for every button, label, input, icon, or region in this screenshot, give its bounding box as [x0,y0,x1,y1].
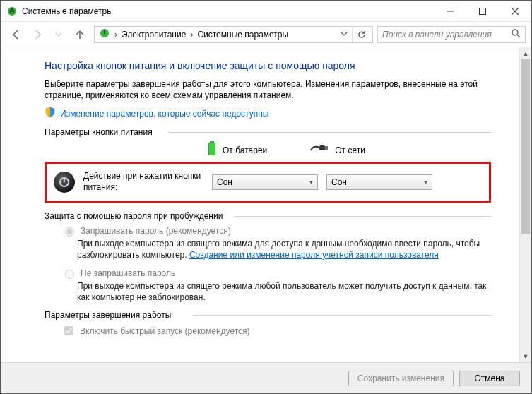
breadcrumb-item[interactable]: Системные параметры [194,30,291,40]
chevron-right-icon: › [189,30,194,40]
breadcrumb-item[interactable]: Электропитание [119,30,189,40]
svg-point-9 [512,30,518,35]
svg-rect-4 [480,8,486,14]
shield-icon [45,107,56,120]
power-button-icon [54,172,75,193]
radio-no-password[interactable]: Не запрашивать пароль [61,268,491,279]
scroll-thumb[interactable] [521,59,530,234]
radio-no-password-input[interactable] [65,270,74,279]
save-button[interactable]: Сохранить изменения [348,371,454,386]
column-battery: От батареи [207,141,267,159]
close-button[interactable] [499,1,531,22]
content-area: Настройка кнопок питания и включение защ… [1,47,519,362]
search-placeholder: Поиск в панели управления [382,30,492,40]
address-dropdown[interactable] [336,30,352,40]
svg-rect-13 [209,143,215,155]
section-shutdown: Параметры завершения работы [45,310,491,320]
maximize-button[interactable] [466,1,499,22]
minimize-button[interactable] [434,1,466,22]
page-description: Выберите параметры завершения работы для… [45,78,491,101]
svg-rect-1 [11,8,13,12]
titlebar: Системные параметры [1,1,531,22]
vertical-scrollbar[interactable]: ▲ ▼ [519,47,531,362]
power-button-action-row: Действие при нажатии кнопки питания: Сон… [45,162,491,202]
radio-label: Запрашивать пароль (рекомендуется) [81,226,231,236]
search-icon [511,28,521,40]
scroll-track[interactable] [520,59,531,350]
chevron-down-icon: ▾ [309,178,313,186]
chevron-right-icon: › [113,30,119,40]
battery-icon [207,141,217,159]
svg-line-10 [517,35,520,37]
power-action-ac-select[interactable]: Сон ▾ [326,174,432,190]
svg-rect-11 [210,141,214,143]
radio-label: Не запрашивать пароль [81,268,175,278]
forward-button[interactable] [28,25,47,44]
radio-require-password-desc: При выходе компьютера из спящего режима … [77,238,491,261]
scroll-up-button[interactable]: ▲ [520,47,531,59]
recent-button[interactable] [49,25,69,44]
refresh-button[interactable] [352,27,371,42]
checkbox-label: Включить быстрый запуск (рекомендуется) [80,326,250,336]
plug-icon [309,143,329,157]
checkbox-fast-startup[interactable]: Включить быстрый запуск (рекомендуется) [61,324,491,338]
radio-require-password[interactable]: Запрашивать пароль (рекомендуется) [61,225,491,237]
window-title: Системные параметры [22,6,113,16]
up-button[interactable] [70,25,90,44]
checkbox-fast-startup-input[interactable] [64,326,73,335]
section-password: Защита с помощью пароля при пробуждении [45,211,491,221]
cancel-button[interactable]: Отмена [459,371,520,386]
back-button[interactable] [6,25,26,44]
svg-rect-14 [319,145,325,150]
page-title: Настройка кнопок питания и включение защ… [45,60,491,71]
select-value: Сон [331,177,347,187]
section-power-button: Параметры кнопки питания [45,127,491,137]
select-value: Сон [217,177,232,187]
search-input[interactable]: Поиск в панели управления [377,26,526,43]
footer: Сохранить изменения Отмена [1,362,531,393]
create-change-password-link[interactable]: Создание или изменение пароля учетной за… [189,250,439,260]
app-icon [6,6,18,17]
address-bar[interactable]: › Электропитание › Системные параметры [94,26,373,43]
column-battery-label: От батареи [223,145,267,155]
change-locked-settings-link[interactable]: Изменение параметров, которые сейчас нед… [60,109,269,119]
scroll-down-button[interactable]: ▼ [520,350,531,362]
power-plan-icon [99,28,110,41]
column-ac: От сети [309,141,365,159]
radio-no-password-desc: При выходе компьютера из спящего режима … [77,280,491,303]
column-ac-label: От сети [335,145,365,155]
power-button-action-label: Действие при нажатии кнопки питания: [83,171,203,193]
chevron-down-icon: ▾ [424,178,427,186]
svg-rect-8 [104,30,105,34]
radio-require-password-input[interactable] [65,227,74,237]
power-action-battery-select[interactable]: Сон ▾ [212,174,318,190]
navbar: › Электропитание › Системные параметры П… [1,22,531,47]
